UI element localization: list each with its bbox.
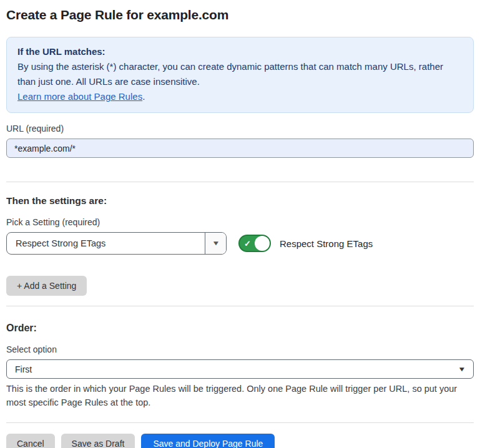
setting-dropdown-value: Respect Strong ETags	[7, 233, 205, 254]
info-box-link-line: Learn more about Page Rules.	[17, 89, 463, 104]
toggle-label: Respect Strong ETags	[280, 238, 373, 249]
divider	[6, 182, 474, 182]
info-box-heading: If the URL matches:	[17, 44, 463, 59]
setting-dropdown[interactable]: Respect Strong ETags ▼	[6, 232, 227, 255]
order-heading: Order:	[6, 323, 474, 334]
form-actions: Cancel Save as Draft Save and Deploy Pag…	[6, 434, 474, 448]
order-select-value: First	[15, 364, 32, 374]
save-deploy-button[interactable]: Save and Deploy Page Rule	[141, 434, 275, 448]
page-title: Create a Page Rule for example.com	[6, 7, 474, 22]
settings-heading: Then the settings are:	[6, 195, 474, 207]
cancel-button[interactable]: Cancel	[6, 434, 55, 448]
order-help-text: This is the order in which your Page Rul…	[6, 382, 471, 409]
chevron-down-icon: ▼	[212, 240, 220, 246]
create-page-rule-form: Create a Page Rule for example.com If th…	[0, 0, 480, 448]
learn-more-link[interactable]: Learn more about Page Rules	[17, 91, 142, 102]
order-select[interactable]: First ▼	[6, 359, 474, 379]
divider	[6, 306, 474, 306]
etag-toggle[interactable]: ✓	[238, 235, 271, 252]
chevron-down-icon: ▼	[458, 366, 466, 373]
divider	[6, 422, 474, 423]
save-draft-button[interactable]: Save as Draft	[61, 434, 135, 448]
link-period: .	[142, 91, 145, 102]
setting-row: Respect Strong ETags ▼ ✓ Respect Strong …	[6, 232, 474, 255]
info-box-body: By using the asterisk (*) character, you…	[17, 59, 463, 89]
toggle-knob	[255, 236, 270, 251]
url-match-info-box: If the URL matches: By using the asteris…	[6, 37, 474, 113]
url-label: URL (required)	[6, 124, 474, 134]
setting-dropdown-arrow-button[interactable]: ▼	[205, 233, 226, 254]
pick-setting-label: Pick a Setting (required)	[6, 217, 474, 227]
add-setting-button[interactable]: + Add a Setting	[6, 276, 87, 296]
url-input[interactable]	[6, 139, 474, 158]
check-icon: ✓	[244, 240, 251, 248]
select-option-label: Select option	[6, 344, 474, 354]
